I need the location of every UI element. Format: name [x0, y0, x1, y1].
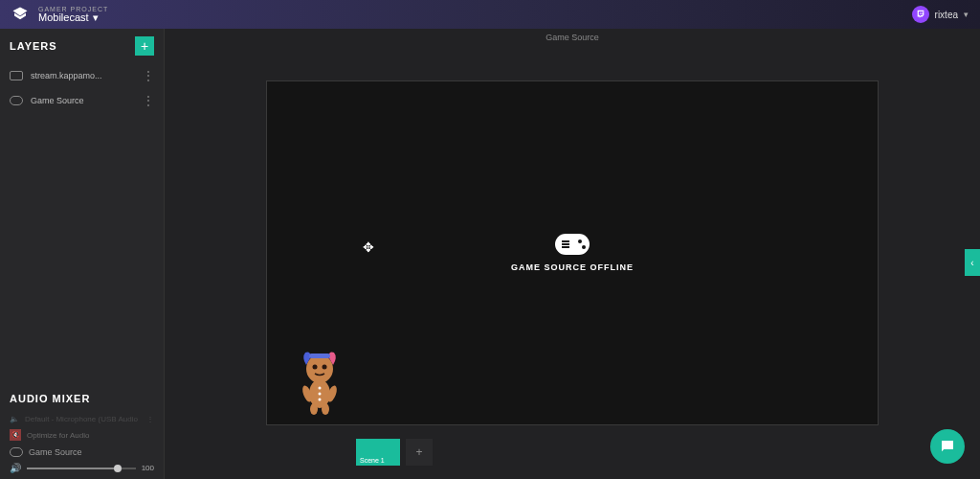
username-label: rixtea [935, 10, 958, 20]
volume-slider[interactable] [27, 468, 136, 469]
offline-message: GAME SOURCE OFFLINE [511, 234, 634, 272]
more-icon[interactable]: ⋮ [146, 415, 154, 423]
scene-bar: Scene 1 + [356, 439, 433, 466]
chat-button[interactable] [930, 429, 965, 464]
add-scene-button[interactable]: + [406, 439, 433, 466]
audio-optimize-label: Optimize for Audio [27, 431, 89, 440]
speaker-muted-icon: 🔈 [10, 415, 19, 423]
game-source-icon [10, 96, 23, 105]
more-icon[interactable]: ⋮ [143, 94, 154, 107]
canvas-label: Game Source [165, 29, 980, 46]
browser-source-icon [10, 71, 23, 80]
project-name-text: Mobilecast [38, 12, 89, 23]
content-area: Game Source ✥ GAME SOURCE OFFLINE [165, 29, 980, 479]
layer-label: stream.kappamo... [31, 71, 135, 80]
svg-point-2 [313, 365, 318, 370]
layer-item[interactable]: stream.kappamo... ⋮ [0, 63, 164, 88]
twitch-icon [912, 6, 929, 23]
svg-point-7 [310, 403, 318, 415]
mute-button[interactable]: 🔇 [10, 429, 21, 441]
svg-point-8 [322, 403, 329, 415]
app-logo-icon [11, 6, 29, 23]
top-bar: GAMER PROJECT Mobilecast ▾ rixtea ▾ [0, 0, 980, 29]
svg-point-0 [306, 354, 333, 383]
scene-tab[interactable]: Scene 1 [356, 439, 400, 466]
audio-item[interactable]: 🔈 Default - Microphone (USB Audio ⋮ [10, 412, 154, 426]
add-layer-button[interactable]: + [135, 36, 154, 56]
move-cursor-icon: ✥ [363, 240, 374, 255]
character-overlay[interactable] [296, 348, 344, 415]
svg-point-10 [319, 393, 322, 396]
svg-point-9 [319, 387, 322, 390]
game-source-icon [10, 447, 23, 457]
svg-point-11 [319, 399, 322, 401]
chevron-left-icon: ‹ [970, 258, 973, 268]
project-name: Mobilecast ▾ [38, 12, 108, 23]
project-selector[interactable]: GAMER PROJECT Mobilecast ▾ [38, 6, 108, 23]
svg-point-3 [323, 365, 327, 370]
svg-rect-4 [309, 354, 330, 358]
sidebar: LAYERS + stream.kappamo... ⋮ Game Source… [0, 29, 165, 479]
chevron-down-icon: ▾ [964, 10, 969, 19]
audio-mixer-title: AUDIO MIXER [10, 393, 154, 404]
chat-icon [939, 438, 956, 455]
canvas-wrap: ✥ GAME SOURCE OFFLINE [165, 46, 980, 479]
audio-source-item[interactable]: Game Source [0, 444, 164, 461]
more-icon[interactable]: ⋮ [143, 69, 154, 82]
scene-tab-label: Scene 1 [360, 457, 385, 464]
gamepad-icon [555, 234, 590, 255]
layer-item[interactable]: Game Source ⋮ [0, 88, 164, 113]
speaker-icon: 🔊 [10, 463, 21, 473]
volume-value: 100 [142, 464, 154, 472]
layers-header: LAYERS + [0, 29, 164, 63]
user-menu[interactable]: rixtea ▾ [912, 6, 969, 23]
audio-source-label: Game Source [29, 447, 82, 457]
preview-canvas[interactable]: ✥ GAME SOURCE OFFLINE [266, 80, 879, 425]
audio-optimize-row[interactable]: 🔇 Optimize for Audio [10, 426, 154, 444]
collapse-right-button[interactable]: ‹ [965, 249, 980, 276]
audio-item-label: Default - Microphone (USB Audio [25, 415, 138, 423]
offline-text: GAME SOURCE OFFLINE [511, 262, 634, 272]
volume-control[interactable]: 🔊 100 [0, 461, 164, 479]
layer-label: Game Source [31, 96, 135, 105]
chevron-down-icon: ▾ [93, 12, 99, 23]
audio-mixer-section: AUDIO MIXER 🔈 Default - Microphone (USB … [0, 385, 164, 444]
layers-title: LAYERS [10, 40, 57, 52]
